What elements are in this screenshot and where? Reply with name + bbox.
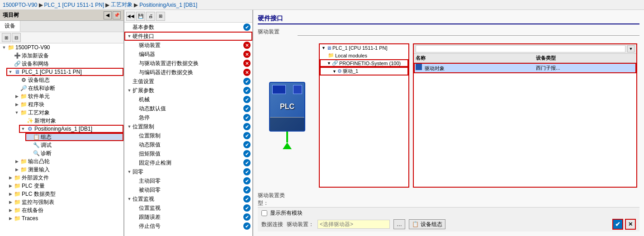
config-item-torqlimit[interactable]: 扭矩限值 ✔ xyxy=(131,149,252,158)
config-item-extparams[interactable]: ▼ 扩展参数 ✔ xyxy=(124,86,252,95)
pin-panel-btn[interactable]: 📌 xyxy=(113,11,121,19)
mid-btn-layout[interactable]: ⊞ xyxy=(156,12,165,21)
tree-item-device-config[interactable]: ⚙ 设备组态 xyxy=(13,76,123,84)
expand-hwif[interactable]: ▼ xyxy=(126,33,133,39)
expand-axis[interactable]: ▼ xyxy=(20,126,26,132)
tree-item-tech-objects[interactable]: ▼ 📁 工艺对象 xyxy=(13,109,123,117)
tab-devices[interactable]: 设备 xyxy=(0,21,20,32)
dt-expand-profinet[interactable]: ▼ xyxy=(327,61,331,66)
dt-expand-plc[interactable]: ▼ xyxy=(322,46,326,50)
config-item-dynlimit[interactable]: 动态限值 ✔ xyxy=(131,140,252,149)
config-item-basic[interactable]: 基本参数 ✔ xyxy=(124,23,252,32)
tree-item-measure-input[interactable]: ▶ 📁 测量输入 xyxy=(13,165,123,174)
expand-homing[interactable]: ▼ xyxy=(126,169,133,175)
dots-button[interactable]: … xyxy=(393,219,405,229)
tree-item-plc-vars[interactable]: ▶ 📁 PLC 变量 xyxy=(6,182,123,190)
config-item-drive[interactable]: 驱动装置 ✕ xyxy=(131,41,252,50)
tree-item-debug[interactable]: 🔧 调试 xyxy=(25,141,123,149)
config-item-dyndefault[interactable]: 动态默认值 ✔ xyxy=(131,104,252,113)
config-item-mainval[interactable]: 主值设置 ✔ xyxy=(124,77,252,86)
breadcrumb-item-4[interactable]: PositioningAxis_1 [DB1] xyxy=(139,2,197,8)
config-item-estop[interactable]: 急停 ✔ xyxy=(131,113,252,122)
expand-es[interactable]: ▶ xyxy=(7,175,14,181)
tree-item-plc[interactable]: ▼ 🖥 PLC_1 [CPU 1511-1 PN] xyxy=(6,68,123,76)
tree-item-devices-network[interactable]: 🔗 设备和网络 xyxy=(6,60,123,68)
config-item-drive-exchange[interactable]: 与驱动装置进行数据交换 ✕ xyxy=(131,59,252,68)
config-item-encoder[interactable]: 编码器 ✕ xyxy=(131,50,252,59)
tree-item-axis[interactable]: ▼ ⚙ PositioningAxis_1 [DB1] xyxy=(19,125,123,133)
config-item-poslimits[interactable]: ▼ 位置限制 ✔ xyxy=(124,122,252,131)
drive-device-input[interactable] xyxy=(317,220,390,229)
drives-search-input[interactable] xyxy=(416,45,625,52)
expand-pdt[interactable]: ▶ xyxy=(7,191,14,197)
expand-mi[interactable]: ▶ xyxy=(14,166,20,173)
dt-item-local[interactable]: 📁 Local modules xyxy=(320,52,408,59)
mid-btn-print[interactable]: 🖨 xyxy=(146,12,155,21)
expand-extparams[interactable]: ▼ xyxy=(126,87,133,94)
tree-item-program[interactable]: ▶ 📁 程序块 xyxy=(13,100,123,109)
col-header-name: 名称 xyxy=(414,54,534,63)
tree-item-external-sources[interactable]: ▶ 📁 外部源文件 xyxy=(6,174,123,182)
expand-dyndefault xyxy=(133,105,139,112)
dt-drive1-icon: ⚙ xyxy=(337,68,342,74)
config-item-hwif[interactable]: ▼ 硬件接口 xyxy=(124,32,252,41)
expand-pv[interactable]: ▶ xyxy=(7,183,14,189)
config-item-posmon[interactable]: ▼ 位置监视 ✔ xyxy=(124,194,252,203)
tree-item-output-cam[interactable]: ▶ 📁 输出凸轮 xyxy=(13,157,123,165)
tree-item-diagnose[interactable]: 🔍 诊断 xyxy=(25,149,123,157)
tree-item-add-device[interactable]: ➕ 添加新设备 xyxy=(6,52,123,60)
config-item-homing[interactable]: ▼ 回零 ✔ xyxy=(124,167,252,176)
expand-posmon[interactable]: ▼ xyxy=(126,196,133,202)
config-item-posmon-detail[interactable]: 位置监视 ✔ xyxy=(131,203,252,212)
config-item-pos-limit[interactable]: 位置限制 ✔ xyxy=(131,131,252,140)
tree-item-online-backup[interactable]: ▶ 📁 在线备份 xyxy=(6,206,123,214)
show-all-modules-checkbox[interactable] xyxy=(261,210,267,216)
config-item-mech[interactable]: 机械 ✔ xyxy=(131,95,252,104)
tree-item-config[interactable]: 📋 组态 xyxy=(25,133,123,141)
tree-item-root[interactable]: ▼ 📁 1500PTO-V90 xyxy=(0,43,123,52)
breadcrumb-item-3[interactable]: 工艺对象 xyxy=(111,1,133,9)
dt-item-drive1[interactable]: ▼ ⚙ 驱动_1 xyxy=(320,67,408,76)
dt-item-plc[interactable]: ▼ 🖥 PLC_1 [CPU 1511-1 PN] xyxy=(320,44,408,52)
dt-expand-drive1[interactable]: ▼ xyxy=(332,69,336,74)
expand-basic[interactable] xyxy=(126,24,133,30)
cancel-button[interactable]: ✕ xyxy=(625,219,636,230)
config-label-dyndefault: 动态默认值 xyxy=(139,105,243,113)
tree-item-traces[interactable]: ▶ 📁 Traces xyxy=(6,214,123,222)
config-item-encoder-exchange[interactable]: 与编码器进行数据交换 ✕ xyxy=(131,68,252,77)
tree-item-online-diag[interactable]: 🔎 在线和诊断 xyxy=(13,84,123,92)
tree-toolbar-btn2[interactable]: ⊟ xyxy=(12,33,21,42)
expand-mainval[interactable] xyxy=(126,78,133,85)
breadcrumb-item-2[interactable]: PLC_1 [CPU 1511-1 PN] xyxy=(44,2,104,8)
tree-toolbar-btn1[interactable]: ⊞ xyxy=(2,33,11,42)
config-item-active-homing[interactable]: 主动回零 ✔ xyxy=(131,176,252,185)
collapse-panel-btn[interactable]: ◀ xyxy=(104,11,112,19)
config-item-passive-homing[interactable]: 被动回零 ✔ xyxy=(131,185,252,194)
tree-item-monitor-force[interactable]: ▶ 📁 监控与强制表 xyxy=(6,198,123,206)
device-organize-label: 设备组态 xyxy=(421,221,442,228)
tree-item-software[interactable]: ▶ 📁 软件单元 xyxy=(13,92,123,100)
expand-prog[interactable]: ▶ xyxy=(14,101,20,108)
mid-btn-back[interactable]: ◀◀ xyxy=(126,12,135,21)
confirm-button[interactable]: ✔ xyxy=(612,219,623,230)
tree-item-new-object[interactable]: ✨ 新增对象 xyxy=(19,117,123,125)
expand-poslimits[interactable]: ▼ xyxy=(126,123,133,130)
expand-mf[interactable]: ▶ xyxy=(7,199,14,205)
expand-root[interactable]: ▼ xyxy=(1,44,7,51)
config-item-fixstop[interactable]: 固定停止检测 ✔ xyxy=(131,158,252,167)
mid-btn-save[interactable]: 💾 xyxy=(136,12,145,21)
drive-table-row[interactable]: 驱动对象 西门子报... xyxy=(414,63,636,73)
tree-item-plc-datatypes[interactable]: ▶ 📁 PLC 数据类型 xyxy=(6,190,123,198)
expand-sw[interactable]: ▶ xyxy=(14,93,20,99)
expand-ob[interactable]: ▶ xyxy=(7,207,14,213)
dt-item-profinet[interactable]: ▼ 🔗 PROFINETIO-System (100) xyxy=(320,59,408,67)
expand-tr[interactable]: ▶ xyxy=(7,215,14,222)
expand-to[interactable]: ▼ xyxy=(14,109,20,116)
expand-plc[interactable]: ▼ xyxy=(7,69,14,75)
config-item-follow-error[interactable]: 跟随误差 ✔ xyxy=(131,212,252,222)
breadcrumb-item-1[interactable]: 1500PTO-V90 xyxy=(3,2,38,8)
config-item-stop-signal[interactable]: 停止信号 ✔ xyxy=(131,222,252,231)
expand-oc[interactable]: ▶ xyxy=(14,158,20,165)
device-organize-btn[interactable]: 📋 设备组态 xyxy=(409,219,445,229)
filter-icon[interactable]: ▼ xyxy=(627,45,635,52)
